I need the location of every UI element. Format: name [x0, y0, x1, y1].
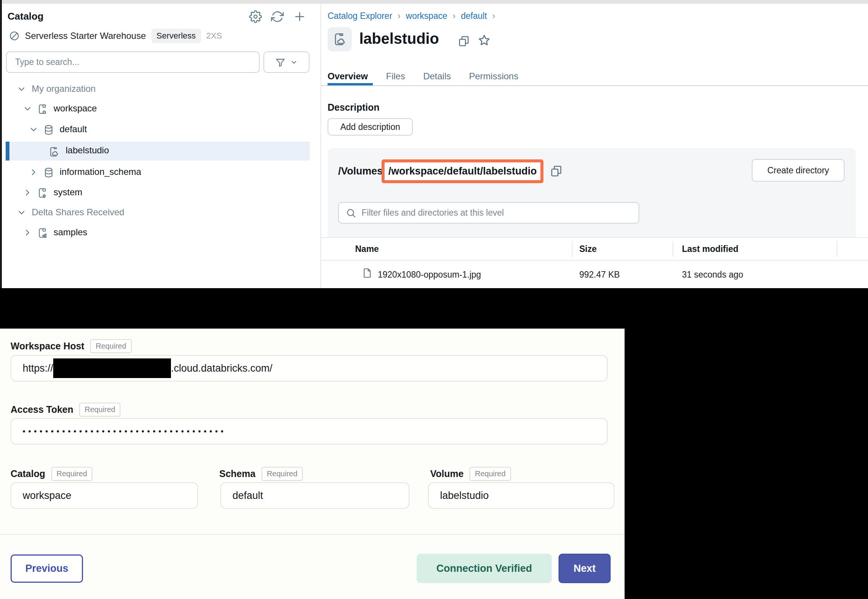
required-badge: Required — [469, 467, 511, 481]
tree-item-default[interactable]: default — [0, 120, 317, 139]
tree-item-system[interactable]: system — [0, 184, 317, 202]
access-token-label: Access Token — [11, 404, 73, 415]
tree-item-delta-shares-received[interactable]: Delta Shares Received — [0, 204, 317, 222]
star-icon[interactable] — [477, 33, 491, 48]
filter-placeholder: Filter files and directories at this lev… — [362, 208, 504, 218]
catalog-panel-title: Catalog — [8, 11, 43, 22]
volume-icon — [332, 32, 347, 46]
screen: Catalog Serverless Starter Warehouse Ser… — [0, 0, 868, 599]
tree-item-labelstudio[interactable]: labelstudio — [0, 142, 317, 160]
required-badge: Required — [79, 403, 120, 417]
catalog-field[interactable]: workspace — [11, 482, 198, 509]
column-header-size[interactable]: Size — [579, 244, 597, 254]
host-value-prefix: https:// — [23, 363, 53, 374]
file-table-header: Name Size Last modified — [321, 237, 868, 261]
schema-field[interactable]: default — [220, 482, 409, 509]
filter-funnel-icon — [275, 57, 286, 68]
catalog-label: Catalog — [11, 468, 45, 479]
column-separator — [673, 241, 673, 257]
required-badge: Required — [51, 467, 92, 481]
breadcrumb-separator: › — [397, 11, 400, 21]
workspace-host-label: Workspace Host — [11, 341, 84, 352]
tree-item-workspace[interactable]: workspace — [0, 100, 317, 118]
required-badge: Required — [262, 467, 303, 481]
tree-item-samples[interactable]: samples — [0, 224, 317, 242]
tab-bottom-border — [321, 85, 868, 86]
search-icon — [346, 208, 356, 218]
gear-icon[interactable] — [249, 10, 262, 23]
filter-button[interactable] — [263, 51, 309, 73]
connection-form: Workspace Host Required https:// .cloud.… — [0, 329, 625, 599]
warehouse-name: Serverless Starter Warehouse — [25, 31, 146, 41]
breadcrumb-default[interactable]: default — [461, 11, 487, 21]
redacted-host-segment — [53, 358, 171, 378]
breadcrumb-separator: › — [452, 11, 456, 21]
tab-files[interactable]: Files — [386, 71, 405, 82]
description-heading: Description — [328, 102, 380, 113]
volume-path-prefix: /Volumes — [338, 165, 383, 177]
required-badge: Required — [90, 339, 131, 353]
host-value-suffix: .cloud.databricks.com/ — [171, 363, 272, 374]
serverless-icon — [9, 31, 20, 41]
chevron-down-icon[interactable] — [23, 104, 32, 115]
file-name: 1920x1080-opposum-1.jpg — [378, 270, 481, 280]
column-separator — [837, 241, 837, 257]
page-title: labelstudio — [359, 30, 439, 47]
add-description-button[interactable]: Add description — [328, 118, 413, 136]
table-row[interactable]: 1920x1080-opposum-1.jpg 992.47 KB 31 sec… — [321, 261, 868, 288]
tab-details[interactable]: Details — [423, 71, 451, 82]
tab-overview[interactable]: Overview — [328, 71, 368, 82]
copy-icon[interactable] — [457, 35, 470, 48]
connection-verified-status: Connection Verified — [417, 554, 552, 583]
window-left-edge — [0, 0, 2, 288]
catalog-home-icon — [37, 103, 48, 116]
plus-icon[interactable] — [293, 10, 306, 23]
tree-item-information-schema[interactable]: information_schema — [0, 163, 317, 181]
copy-icon[interactable] — [549, 164, 563, 178]
catalog-gear-icon — [37, 187, 48, 200]
serverless-badge: Serverless — [151, 29, 201, 43]
window-top-strip — [0, 0, 868, 4]
catalog-share-icon — [37, 227, 48, 240]
tab-bar: Overview Files Details Permissions — [328, 71, 518, 82]
schema-icon — [43, 167, 54, 180]
catalog-search-input[interactable]: Type to search... — [6, 51, 260, 73]
file-last-modified: 31 seconds ago — [682, 270, 743, 280]
chevron-down-icon[interactable] — [29, 125, 38, 136]
chevron-down-icon[interactable] — [17, 84, 26, 96]
catalog-explorer-window: Catalog Serverless Starter Warehouse Ser… — [0, 0, 868, 288]
previous-button[interactable]: Previous — [11, 554, 83, 583]
breadcrumb-separator: › — [492, 11, 495, 21]
schema-label: Schema — [219, 468, 255, 479]
workspace-host-field[interactable]: https:// .cloud.databricks.com/ — [11, 355, 608, 381]
column-header-last-modified[interactable]: Last modified — [682, 244, 739, 254]
next-button[interactable]: Next — [559, 554, 611, 583]
create-directory-button[interactable]: Create directory — [752, 159, 845, 182]
footer-divider — [0, 534, 625, 535]
chevron-down-icon[interactable] — [17, 208, 26, 219]
warehouse-selector[interactable]: Serverless Starter Warehouse Serverless … — [9, 29, 222, 43]
search-placeholder: Type to search... — [15, 57, 79, 67]
file-size: 992.47 KB — [579, 270, 620, 280]
schema-icon — [43, 124, 54, 137]
tab-permissions[interactable]: Permissions — [469, 71, 519, 82]
chevron-right-icon[interactable] — [23, 228, 32, 239]
refresh-icon[interactable] — [271, 10, 284, 23]
access-token-field[interactable]: •••••••••••••••••••••••••••••••••••• — [11, 418, 608, 445]
volume-path: /Volumes /workspace/default/labelstudio — [338, 159, 563, 184]
breadcrumb: Catalog Explorer › workspace › default › — [328, 11, 495, 21]
volume-path-highlighted annotation-box: /workspace/default/labelstudio — [382, 159, 543, 183]
column-separator — [572, 241, 573, 257]
masked-token-value: •••••••••••••••••••••••••••••••••••• — [23, 427, 226, 436]
tree-item-my-organization[interactable]: My organization — [0, 80, 317, 98]
breadcrumb-workspace[interactable]: workspace — [406, 11, 447, 21]
chevron-right-icon[interactable] — [29, 167, 38, 179]
column-header-name[interactable]: Name — [355, 244, 379, 254]
chevron-down-icon — [290, 59, 298, 66]
chevron-right-icon[interactable] — [23, 188, 32, 199]
file-icon — [362, 267, 373, 279]
volume-title-iconbox — [328, 27, 352, 51]
volume-field[interactable]: labelstudio — [428, 482, 614, 509]
breadcrumb-catalog-explorer[interactable]: Catalog Explorer — [328, 11, 392, 21]
filter-files-input[interactable]: Filter files and directories at this lev… — [338, 202, 639, 224]
